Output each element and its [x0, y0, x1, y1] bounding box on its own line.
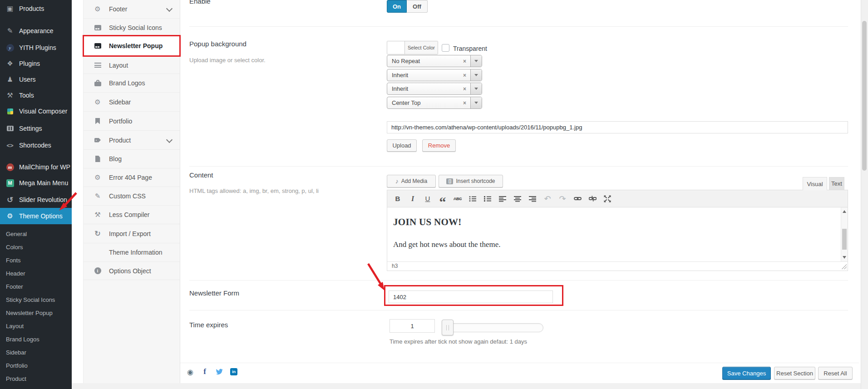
nav-item-less-compiler[interactable]: ⚒ Less Compiler — [84, 206, 180, 224]
align-left-icon[interactable] — [497, 193, 508, 204]
clear-icon[interactable]: × — [463, 58, 470, 64]
sidebar-item-appearance[interactable]: ✎ Appearance — [0, 23, 72, 39]
select-open-button[interactable] — [470, 97, 482, 108]
time-expires-input[interactable] — [390, 319, 435, 333]
sidebar-item-plugins[interactable]: ❖ Plugins — [0, 55, 72, 72]
sidebar-item-visual-composer[interactable]: Visual Composer — [0, 103, 72, 119]
twitter-icon[interactable] — [215, 368, 223, 376]
bold-icon[interactable]: B — [392, 193, 404, 204]
background-image-url-input[interactable] — [387, 121, 848, 133]
reset-all-button[interactable]: Reset All — [818, 367, 853, 379]
scrollbar-thumb[interactable] — [842, 229, 847, 250]
newsletter-form-input[interactable] — [389, 291, 553, 303]
submenu-item-fonts[interactable]: Fonts — [0, 254, 72, 266]
submenu-item-layout[interactable]: Layout — [0, 320, 72, 332]
editor-scrollbar[interactable] — [841, 207, 848, 261]
select-open-button[interactable] — [470, 69, 482, 81]
sidebar-item-shortcodes[interactable]: <> Shortcodes — [0, 137, 72, 153]
submenu-item-header[interactable]: Header — [0, 267, 72, 280]
select-open-button[interactable] — [470, 83, 482, 94]
nav-item-portfolio[interactable]: Portfolio — [84, 112, 180, 131]
background-size-select[interactable]: Inherit × — [387, 69, 482, 81]
submenu-item-general[interactable]: General — [0, 227, 72, 240]
nav-item-error-404[interactable]: ⚙ Error 404 Page — [84, 168, 180, 187]
transparent-checkbox[interactable] — [442, 44, 449, 52]
tab-visual[interactable]: Visual — [803, 177, 827, 190]
nav-item-sticky-social-icons[interactable]: Sticky Social Icons — [84, 19, 180, 37]
submenu-item-footer[interactable]: Footer — [0, 280, 72, 293]
editor-resize-handle[interactable] — [841, 264, 847, 269]
upload-button[interactable]: Upload — [387, 139, 417, 152]
insert-shortcode-button[interactable]: [] Insert shortcode — [439, 175, 503, 187]
color-picker[interactable]: Select Color — [387, 41, 438, 54]
color-swatch[interactable] — [387, 41, 405, 54]
editor-content-area[interactable]: JOIN US NOW! And get hot news about the … — [387, 207, 848, 261]
sidebar-item-settings[interactable]: Settings — [0, 120, 72, 137]
unlink-icon[interactable] — [587, 193, 598, 204]
sidebar-item-slider-revolution[interactable]: ↺ Slider Revolution — [0, 192, 72, 208]
tab-text[interactable]: Text — [829, 177, 844, 190]
remove-button[interactable]: Remove — [422, 139, 456, 152]
italic-icon[interactable]: I — [407, 193, 419, 204]
slider-revolution-icon: ↺ — [5, 195, 15, 205]
sidebar-item-yith-plugins[interactable]: y YITH Plugins — [0, 39, 72, 56]
nav-item-brand-logos[interactable]: Brand Logos — [84, 74, 180, 93]
clear-icon[interactable]: × — [463, 86, 470, 92]
bulleted-list-icon[interactable] — [467, 193, 478, 204]
undo-icon[interactable]: ↶ — [542, 193, 553, 204]
linkedin-icon[interactable]: in — [230, 368, 238, 376]
time-expires-slider-handle[interactable] — [442, 320, 454, 335]
align-right-icon[interactable] — [527, 193, 538, 204]
media-icon: ♪ — [395, 177, 399, 185]
nav-item-product[interactable]: Product — [84, 131, 180, 150]
clear-icon[interactable]: × — [463, 72, 470, 79]
sidebar-item-tools[interactable]: ⚒ Tools — [0, 87, 72, 103]
enable-on-button[interactable]: On — [387, 0, 407, 13]
nav-item-newsletter-popup[interactable]: Newsletter Popup — [84, 36, 180, 56]
add-media-button[interactable]: ♪ Add Media — [387, 175, 436, 187]
save-changes-button[interactable]: Save Changes — [722, 367, 771, 379]
scroll-up-icon[interactable] — [843, 210, 846, 213]
sidebar-item-users[interactable]: ♟ Users — [0, 71, 72, 88]
submenu-item-sidebar[interactable]: Sidebar — [0, 346, 72, 359]
align-center-icon[interactable] — [512, 193, 523, 204]
fullscreen-icon[interactable] — [602, 193, 613, 204]
submenu-item-sticky-social-icons[interactable]: Sticky Social Icons — [0, 293, 72, 306]
sidebar-item-mailchimp[interactable]: m MailChimp for WP — [0, 159, 72, 175]
submenu-item-newsletter-popup[interactable]: Newsletter Popup — [0, 306, 72, 319]
scroll-down-icon[interactable] — [843, 256, 846, 259]
nav-item-custom-css[interactable]: ✎ Custom CSS — [84, 187, 180, 206]
submenu-item-product[interactable]: Product — [0, 372, 72, 385]
nav-item-options-object[interactable]: i Options Object — [84, 262, 180, 280]
sidebar-item-theme-options[interactable]: ⚙ Theme Options — [0, 208, 72, 224]
nav-item-blog[interactable]: Blog — [84, 150, 180, 168]
page-scrollbar-thumb[interactable] — [862, 21, 867, 171]
strikethrough-icon[interactable]: ABC — [452, 193, 464, 204]
nav-item-footer[interactable]: ⚙ Footer — [84, 0, 180, 19]
reset-section-button[interactable]: Reset Section — [774, 367, 815, 379]
sidebar-item-products[interactable]: ▣ Products — [0, 0, 72, 17]
background-position-select[interactable]: Center Top × — [387, 97, 482, 109]
nav-item-theme-information[interactable]: Theme Information — [84, 243, 180, 262]
sidebar-item-mega-main-menu[interactable]: M Mega Main Menu — [0, 175, 72, 191]
numbered-list-icon[interactable] — [482, 193, 493, 204]
submenu-item-brand-logos[interactable]: Brand Logos — [0, 333, 72, 345]
clear-icon[interactable]: × — [463, 100, 470, 106]
select-color-button[interactable]: Select Color — [405, 41, 438, 54]
link-icon[interactable] — [572, 193, 583, 204]
redo-icon[interactable]: ↷ — [557, 193, 568, 204]
nav-item-import-export[interactable]: ↻ Import / Export — [84, 224, 180, 243]
blockquote-icon[interactable]: “ — [437, 190, 449, 207]
underline-icon[interactable]: U — [422, 193, 434, 204]
submenu-item-portfolio[interactable]: Portfolio — [0, 359, 72, 372]
wordpress-icon[interactable]: ◉ — [186, 368, 194, 376]
nav-item-sidebar[interactable]: ⚙ Sidebar — [84, 93, 180, 112]
submenu-item-colors[interactable]: Colors — [0, 241, 72, 253]
facebook-icon[interactable]: f — [201, 368, 209, 376]
time-expires-slider-track[interactable] — [443, 323, 543, 332]
enable-off-button[interactable]: Off — [407, 0, 428, 13]
select-open-button[interactable] — [470, 55, 482, 67]
background-attachment-select[interactable]: Inherit × — [387, 83, 482, 95]
nav-item-layout[interactable]: Layout — [84, 57, 180, 74]
background-repeat-select[interactable]: No Repeat × — [387, 55, 482, 67]
